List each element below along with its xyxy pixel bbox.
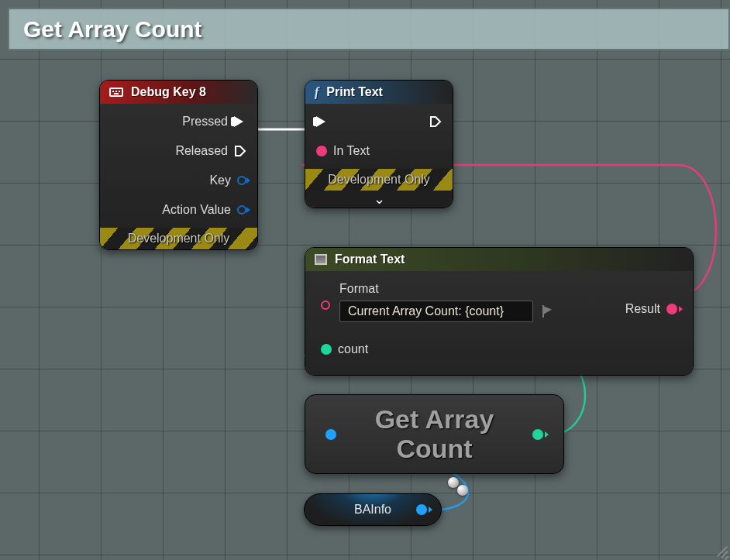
pin-released[interactable]: Released <box>175 141 246 161</box>
pin-in-text[interactable]: In Text <box>316 141 370 161</box>
exec-pin-icon <box>429 115 442 129</box>
pin-key[interactable]: Key <box>209 170 246 191</box>
node-format-text[interactable]: Format Text Format count <box>305 247 694 376</box>
pin-exec-in[interactable] <box>316 112 370 132</box>
node-header[interactable]: Format Text <box>305 248 693 271</box>
pin-label: Released <box>175 144 228 158</box>
node-bainfo-variable[interactable]: BAInfo <box>304 493 442 526</box>
exec-pin-icon <box>234 144 246 158</box>
pin-value[interactable] <box>416 504 427 515</box>
node-title: Get Array Count <box>336 405 532 463</box>
node-print-text[interactable]: f Print Text In Text Development Only <box>305 80 453 208</box>
handle-dot <box>448 477 459 488</box>
node-title: Debug Key 8 <box>131 85 206 99</box>
data-pin-icon <box>666 304 677 314</box>
pin-label: Pressed <box>182 115 228 129</box>
pin-label: In Text <box>333 144 370 158</box>
chevron-down-icon: ⌄ <box>374 191 385 208</box>
keyboard-icon <box>109 88 123 97</box>
node-get-array-count[interactable]: Get Array Count <box>305 394 564 474</box>
node-title: Print Text <box>326 85 383 99</box>
pin-return[interactable] <box>532 429 543 440</box>
pin-exec-out[interactable] <box>429 112 442 132</box>
data-pin-icon <box>321 344 332 355</box>
flag-icon[interactable] <box>541 305 555 318</box>
resize-handle[interactable] <box>711 541 727 557</box>
pin-label: count <box>338 342 368 356</box>
pin-label: Result <box>625 302 660 316</box>
data-pin-icon <box>316 146 327 156</box>
comment-title: Get Array Count <box>23 16 202 43</box>
pin-format-data[interactable] <box>321 301 330 310</box>
data-pin-icon <box>237 205 246 215</box>
exec-pin-icon <box>316 115 329 129</box>
exec-pin-icon <box>234 115 246 129</box>
pin-label: Action Value <box>162 203 231 217</box>
dev-only-badge: Development Only <box>305 169 453 191</box>
comment-header[interactable]: Get Array Count <box>8 8 730 50</box>
pin-target[interactable] <box>325 429 336 440</box>
handle-dot <box>457 485 468 496</box>
pin-count[interactable]: count <box>321 339 555 359</box>
variable-name: BAInfo <box>354 503 391 517</box>
data-pin-icon <box>237 176 246 185</box>
node-title: Format Text <box>335 253 405 266</box>
pin-label: Key <box>209 173 231 187</box>
pin-label: Format <box>339 282 555 296</box>
pin-pressed[interactable]: Pressed <box>182 112 246 132</box>
node-header[interactable]: f Print Text <box>305 81 453 104</box>
dev-only-badge: Development Only <box>100 228 257 249</box>
pin-result[interactable]: Result <box>625 299 677 319</box>
node-icon <box>315 254 327 265</box>
function-icon: f <box>315 85 319 99</box>
expand-toggle[interactable]: ⌄ <box>305 191 453 208</box>
pin-action-value[interactable]: Action Value <box>162 200 246 220</box>
node-debug-key[interactable]: Debug Key 8 Pressed Released Key Action <box>99 80 258 250</box>
node-header[interactable]: Debug Key 8 <box>100 81 257 104</box>
format-input[interactable] <box>339 301 533 322</box>
blueprint-canvas[interactable]: Get Array Count Debug Key 8 Pressed Rele <box>0 0 730 560</box>
